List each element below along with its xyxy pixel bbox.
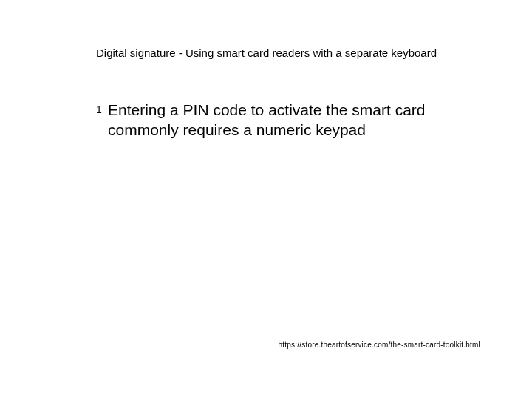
slide-body: 1 Entering a PIN code to activate the sm… — [96, 100, 480, 140]
slide: Digital signature - Using smart card rea… — [0, 0, 532, 399]
footer-url: https://store.theartofservice.com/the-sm… — [279, 341, 480, 349]
bullet-item: 1 Entering a PIN code to activate the sm… — [96, 100, 480, 140]
slide-title: Digital signature - Using smart card rea… — [96, 46, 488, 61]
bullet-text: Entering a PIN code to activate the smar… — [108, 100, 480, 140]
bullet-number: 1 — [96, 100, 103, 116]
